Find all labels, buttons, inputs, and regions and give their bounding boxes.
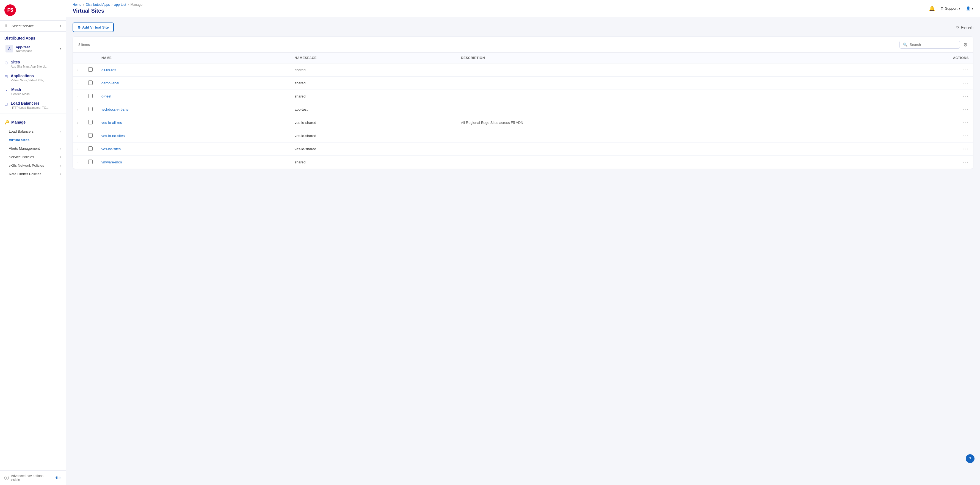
select-service-dropdown[interactable]: ⠿ Select service ▾ bbox=[0, 21, 66, 32]
logo-area: F5 bbox=[0, 0, 66, 21]
topbar-left: Home › Distributed Apps › app-test › Man… bbox=[73, 3, 142, 14]
row-expand-cell: › bbox=[73, 63, 84, 77]
namespace-chevron-icon: ▾ bbox=[60, 47, 61, 51]
table-row: › g-fleet shared ··· bbox=[73, 90, 973, 103]
manage-sub-alerts-arrow: › bbox=[60, 146, 61, 151]
row-actions-cell: ··· bbox=[841, 103, 973, 116]
help-fab[interactable]: ? bbox=[966, 454, 975, 463]
row-checkbox[interactable] bbox=[88, 107, 93, 111]
row-check-cell bbox=[84, 103, 97, 116]
notification-icon[interactable]: 🔔 bbox=[929, 5, 935, 11]
row-checkbox[interactable] bbox=[88, 94, 93, 98]
manage-sub-rate-limiter-policies[interactable]: Rate Limiter Policies › bbox=[0, 170, 66, 178]
table-row: › techdocs-virt-site app-test ··· bbox=[73, 103, 973, 116]
manage-sub-load-balancers[interactable]: Load Balancers › bbox=[0, 127, 66, 136]
sidebar-item-mesh[interactable]: ⋱ Mesh Service Mesh bbox=[0, 85, 66, 98]
manage-sub-service-policies[interactable]: Service Policies › bbox=[0, 153, 66, 161]
row-expand-icon[interactable]: › bbox=[77, 68, 78, 72]
row-expand-cell: › bbox=[73, 90, 84, 103]
add-virtual-site-button[interactable]: ⊕ Add Virtual Site bbox=[73, 22, 114, 32]
manage-sub-virtual-sites[interactable]: Virtual Sites bbox=[0, 136, 66, 144]
table-row: › vmware-mcn shared ··· bbox=[73, 156, 973, 169]
actions-menu-icon[interactable]: ··· bbox=[963, 147, 969, 151]
row-description bbox=[457, 77, 841, 90]
user-avatar-icon: 👤 bbox=[966, 6, 970, 10]
sites-label: Sites bbox=[11, 60, 48, 64]
row-expand-icon[interactable]: › bbox=[77, 82, 78, 85]
actions-menu-icon[interactable]: ··· bbox=[963, 94, 969, 98]
footer-text: Advanced nav options visible bbox=[11, 474, 52, 482]
load-balancers-icon: ⊟ bbox=[5, 101, 8, 106]
row-checkbox[interactable] bbox=[88, 81, 93, 85]
support-button[interactable]: ⚙ Support ▾ bbox=[940, 6, 961, 10]
row-checkbox[interactable] bbox=[88, 67, 93, 72]
col-name: Name bbox=[97, 53, 290, 63]
table-row: › ves-io-all-res ves-io-shared All Regio… bbox=[73, 116, 973, 129]
row-expand-icon[interactable]: › bbox=[77, 95, 78, 98]
sidebar-item-applications[interactable]: ⊞ Applications Virtual Sites, Virtual K8… bbox=[0, 71, 66, 85]
row-actions-cell: ··· bbox=[841, 129, 973, 143]
actions-menu-icon[interactable]: ··· bbox=[963, 81, 969, 86]
row-expand-icon[interactable]: › bbox=[77, 108, 78, 111]
row-actions-cell: ··· bbox=[841, 63, 973, 77]
breadcrumb-distributed-apps[interactable]: Distributed Apps bbox=[86, 3, 110, 6]
hide-link[interactable]: Hide bbox=[54, 476, 61, 480]
mesh-content: Mesh Service Mesh bbox=[11, 87, 30, 95]
row-check-cell bbox=[84, 156, 97, 169]
actions-menu-icon[interactable]: ··· bbox=[963, 133, 969, 138]
sidebar-item-load-balancers[interactable]: ⊟ Load Balancers HTTP Load Balancers, TC… bbox=[0, 98, 66, 112]
table-row: › ves-io-no-sites ves-io-shared ··· bbox=[73, 129, 973, 143]
sidebar-item-sites[interactable]: ⊙ Sites App Site Map, App Site Li... bbox=[0, 57, 66, 71]
row-expand-cell: › bbox=[73, 156, 84, 169]
row-expand-icon[interactable]: › bbox=[77, 134, 78, 138]
row-check-cell bbox=[84, 63, 97, 77]
refresh-button[interactable]: ↻ Refresh bbox=[956, 25, 974, 29]
row-namespace: ves-io-shared bbox=[290, 116, 457, 129]
breadcrumb-home[interactable]: Home bbox=[73, 3, 81, 6]
table-settings-icon[interactable]: ⚙ bbox=[963, 42, 967, 48]
footer-info-icon: i bbox=[5, 475, 9, 480]
row-checkbox[interactable] bbox=[88, 120, 93, 124]
row-name: g-fleet bbox=[97, 90, 290, 103]
row-expand-icon[interactable]: › bbox=[77, 121, 78, 124]
table-toolbar: 8 items 🔍 ⚙ bbox=[73, 37, 973, 53]
items-count: 8 items bbox=[78, 43, 90, 47]
mesh-icon: ⋱ bbox=[5, 88, 8, 93]
applications-icon: ⊞ bbox=[5, 74, 8, 79]
row-checkbox[interactable] bbox=[88, 133, 93, 138]
row-expand-icon[interactable]: › bbox=[77, 147, 78, 151]
user-button[interactable]: 👤 ▾ bbox=[966, 6, 974, 10]
actions-menu-icon[interactable]: ··· bbox=[963, 107, 969, 112]
manage-sub-vk8s-network-policies[interactable]: vK8s Network Policies › bbox=[0, 161, 66, 170]
search-input[interactable] bbox=[910, 43, 956, 47]
select-service-label: Select service bbox=[11, 24, 34, 28]
namespace-info: app-test Namespace bbox=[16, 45, 32, 52]
row-name: demo-label bbox=[97, 77, 290, 90]
search-box[interactable]: 🔍 bbox=[899, 41, 960, 49]
manage-sub-alerts-management[interactable]: Alerts Management › bbox=[0, 144, 66, 153]
namespace-avatar: A bbox=[5, 45, 13, 52]
row-description: All Regional Edge Sites across F5 ADN bbox=[457, 116, 841, 129]
row-description bbox=[457, 156, 841, 169]
f5-logo: F5 bbox=[5, 5, 16, 16]
row-checkbox[interactable] bbox=[88, 160, 93, 164]
load-balancers-label: Load Balancers bbox=[11, 101, 49, 105]
actions-menu-icon[interactable]: ··· bbox=[963, 68, 969, 72]
actions-menu-icon[interactable]: ··· bbox=[963, 160, 969, 165]
row-check-cell bbox=[84, 143, 97, 156]
row-name: ves-io-no-sites bbox=[97, 129, 290, 143]
row-namespace: shared bbox=[290, 90, 457, 103]
namespace-item[interactable]: A app-test Namespace ▾ bbox=[0, 43, 66, 55]
mesh-sub: Service Mesh bbox=[11, 92, 30, 95]
support-chevron-icon: ▾ bbox=[959, 6, 961, 10]
actions-menu-icon[interactable]: ··· bbox=[963, 120, 969, 125]
sites-sub: App Site Map, App Site Li... bbox=[11, 65, 48, 68]
row-namespace: ves-io-shared bbox=[290, 129, 457, 143]
content-area: ⊕ Add Virtual Site ↻ Refresh 8 items 🔍 ⚙ bbox=[66, 17, 980, 485]
manage-sub-load-balancers-arrow: › bbox=[60, 129, 61, 133]
refresh-icon: ↻ bbox=[956, 25, 959, 29]
row-expand-icon[interactable]: › bbox=[77, 161, 78, 164]
breadcrumb-app-test[interactable]: app-test bbox=[114, 3, 126, 6]
row-checkbox[interactable] bbox=[88, 146, 93, 151]
row-expand-cell: › bbox=[73, 143, 84, 156]
